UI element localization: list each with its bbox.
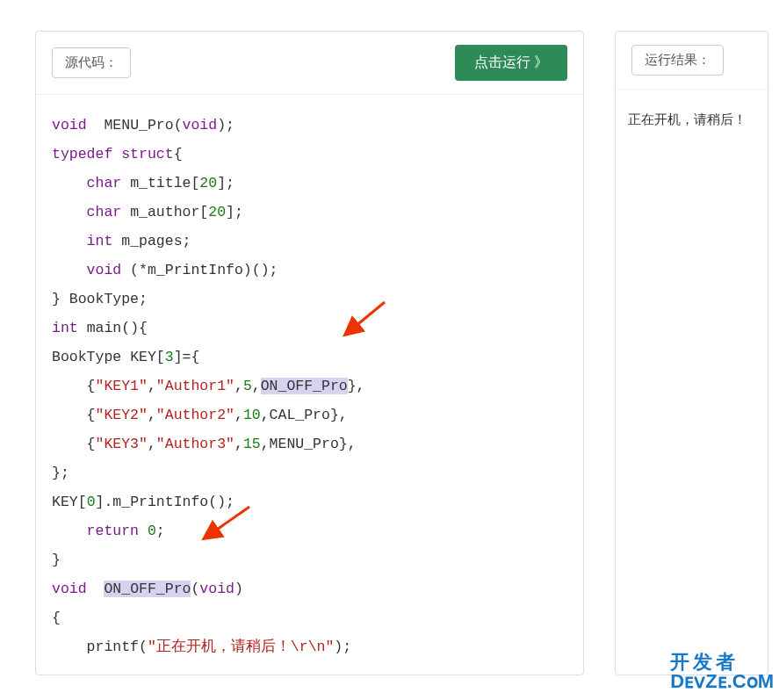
num: 10 bbox=[243, 407, 261, 423]
kw-typedef: typedef bbox=[52, 146, 112, 162]
kw-return: return bbox=[87, 523, 139, 539]
output-area: 正在开机，请稍后！ bbox=[616, 90, 768, 149]
watermark-logo: 开发者 DᴇᴠZᴇ.CᴏM bbox=[670, 653, 774, 691]
fn-name: printf bbox=[87, 639, 139, 655]
fn-name: MENU_Pro bbox=[104, 117, 173, 134]
result-header: 运行结果： bbox=[616, 32, 768, 90]
code-area: void MENU_Pro(void); typedef struct{ cha… bbox=[36, 95, 583, 675]
str: "Author1" bbox=[156, 378, 234, 394]
kw-int: int bbox=[52, 320, 78, 336]
ident: m_author bbox=[130, 204, 199, 220]
result-panel: 运行结果： 正在开机，请稍后！ bbox=[615, 31, 768, 675]
str: "KEY1" bbox=[96, 378, 148, 394]
ident: CAL_Pro bbox=[270, 407, 330, 423]
source-panel: 源代码： 点击运行 》 void MENU_Pro(void); typedef… bbox=[35, 31, 584, 675]
ident: m_PrintInfo bbox=[112, 494, 208, 510]
kw-void: void bbox=[52, 117, 87, 134]
str: "Author2" bbox=[156, 407, 234, 423]
ident: MENU_Pro bbox=[270, 436, 339, 452]
ident: *m_PrintInfo bbox=[139, 262, 243, 278]
str: "Author3" bbox=[156, 436, 234, 452]
num: 20 bbox=[199, 175, 217, 191]
num: 20 bbox=[208, 204, 226, 220]
kw-void: void bbox=[199, 581, 234, 597]
main-container: 源代码： 点击运行 》 void MENU_Pro(void); typedef… bbox=[0, 0, 779, 675]
kw-char: char bbox=[87, 204, 122, 220]
highlight-onoff: ON_OFF_Pro bbox=[261, 378, 348, 394]
code-block[interactable]: void MENU_Pro(void); typedef struct{ cha… bbox=[52, 111, 573, 659]
kw-char: char bbox=[87, 175, 122, 191]
ident: BookType bbox=[52, 349, 121, 365]
str: "KEY3" bbox=[96, 436, 148, 452]
ident: m_title bbox=[130, 175, 191, 191]
code-scroll[interactable]: void MENU_Pro(void); typedef struct{ cha… bbox=[52, 111, 573, 659]
fn-name: main bbox=[87, 320, 122, 336]
ident: KEY bbox=[52, 494, 78, 510]
num: 5 bbox=[243, 378, 252, 394]
str: "正在开机，请稍后！\r\n" bbox=[148, 639, 334, 655]
ident: BookType bbox=[69, 291, 139, 307]
logo-line1: 开发者 bbox=[670, 653, 774, 672]
kw-void: void bbox=[183, 117, 218, 134]
result-label: 运行结果： bbox=[631, 45, 724, 76]
num: 3 bbox=[165, 349, 174, 365]
run-button-label: 点击运行 》 bbox=[474, 54, 548, 72]
kw-void: void bbox=[52, 581, 87, 597]
output-text: 正在开机，请稍后！ bbox=[628, 112, 747, 126]
num: 0 bbox=[87, 494, 96, 510]
source-label: 源代码： bbox=[52, 47, 131, 78]
kw-struct: struct bbox=[121, 146, 173, 162]
highlight-onoff: ON_OFF_Pro bbox=[104, 581, 191, 597]
kw-void: void bbox=[87, 262, 122, 278]
kw-int: int bbox=[87, 233, 113, 249]
num: 15 bbox=[243, 436, 261, 452]
str: "KEY2" bbox=[96, 407, 148, 423]
run-button[interactable]: 点击运行 》 bbox=[455, 45, 567, 81]
source-header: 源代码： 点击运行 》 bbox=[36, 32, 583, 95]
num: 0 bbox=[148, 523, 156, 539]
ident: KEY bbox=[130, 349, 156, 365]
logo-line2: DᴇᴠZᴇ.CᴏM bbox=[670, 672, 774, 691]
ident: m_pages bbox=[121, 233, 182, 249]
